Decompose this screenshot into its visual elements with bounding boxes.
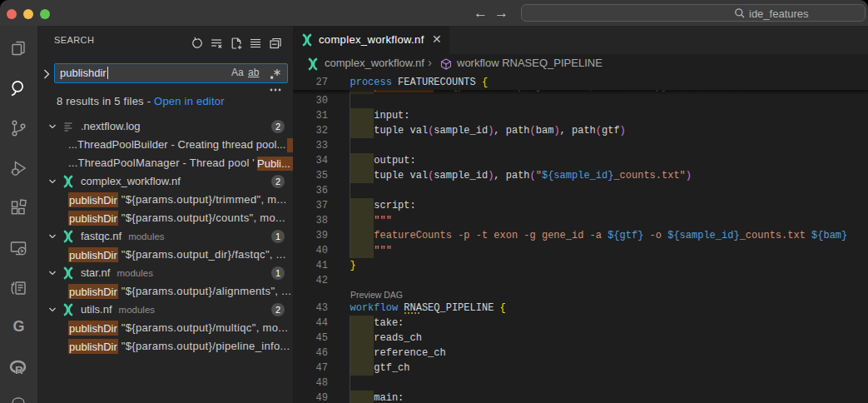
svg-text:R: R bbox=[15, 364, 23, 376]
